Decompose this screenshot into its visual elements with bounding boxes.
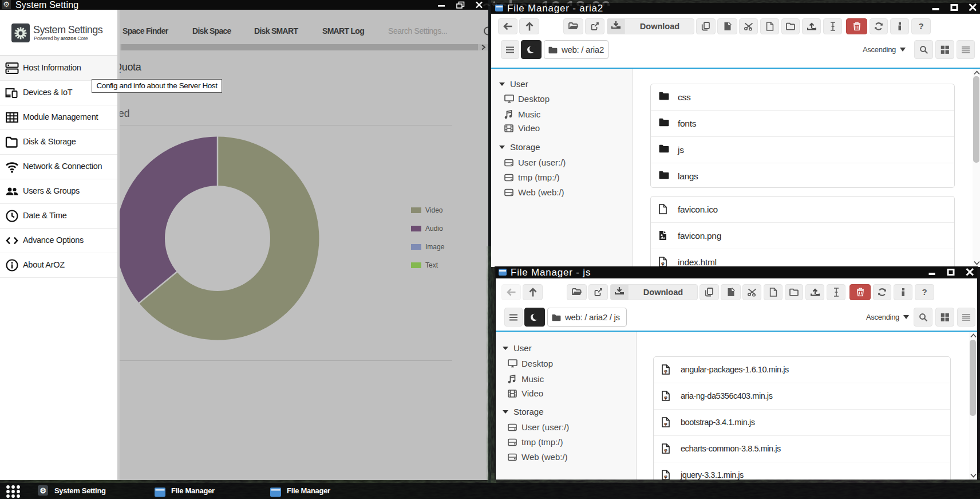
svg-text:φ: φ bbox=[664, 368, 667, 374]
svg-text:φ: φ bbox=[664, 447, 667, 453]
svg-text:φ: φ bbox=[664, 395, 667, 400]
svg-text:φ: φ bbox=[661, 261, 665, 266]
svg-text:φ: φ bbox=[664, 421, 667, 426]
svg-text:⚙: ⚙ bbox=[39, 486, 46, 495]
svg-text:φ: φ bbox=[664, 474, 667, 479]
